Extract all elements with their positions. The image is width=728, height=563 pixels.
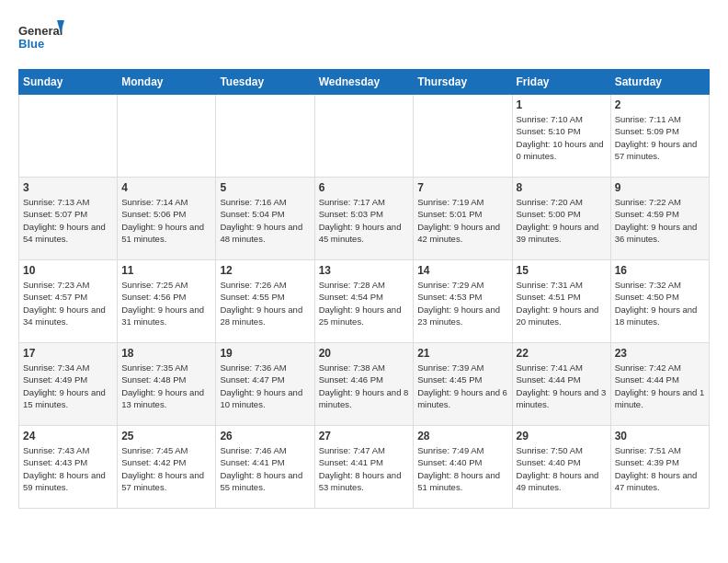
calendar-week-5: 24Sunrise: 7:43 AM Sunset: 4:43 PM Dayli… [19,426,710,509]
day-info: Sunrise: 7:46 AM Sunset: 4:41 PM Dayligh… [220,444,310,493]
svg-text:Blue: Blue [18,37,44,51]
header: General Blue [18,18,710,60]
calendar-cell: 8Sunrise: 7:20 AM Sunset: 5:00 PM Daylig… [512,178,610,260]
day-info: Sunrise: 7:35 AM Sunset: 4:48 PM Dayligh… [121,362,211,410]
calendar-cell [414,95,512,178]
calendar-cell [314,95,414,178]
day-info: Sunrise: 7:29 AM Sunset: 4:53 PM Dayligh… [417,279,507,327]
calendar-week-2: 3Sunrise: 7:13 AM Sunset: 5:07 PM Daylig… [19,178,710,260]
calendar-week-4: 17Sunrise: 7:34 AM Sunset: 4:49 PM Dayli… [19,343,710,426]
day-number: 11 [121,264,211,277]
day-number: 26 [220,430,310,442]
day-number: 3 [23,181,113,194]
calendar-cell [19,95,118,178]
calendar-cell: 2Sunrise: 7:11 AM Sunset: 5:09 PM Daylig… [610,95,709,178]
calendar-cell: 7Sunrise: 7:19 AM Sunset: 5:01 PM Daylig… [414,178,512,260]
calendar-cell: 22Sunrise: 7:41 AM Sunset: 4:44 PM Dayli… [512,343,610,426]
calendar-cell: 9Sunrise: 7:22 AM Sunset: 4:59 PM Daylig… [610,178,709,260]
weekday-header-saturday: Saturday [610,70,709,95]
day-number: 27 [319,430,410,442]
day-info: Sunrise: 7:28 AM Sunset: 4:54 PM Dayligh… [319,279,410,327]
day-info: Sunrise: 7:45 AM Sunset: 4:42 PM Dayligh… [121,444,211,493]
day-info: Sunrise: 7:43 AM Sunset: 4:43 PM Dayligh… [23,444,113,493]
day-info: Sunrise: 7:16 AM Sunset: 5:04 PM Dayligh… [220,196,310,245]
calendar-cell: 6Sunrise: 7:17 AM Sunset: 5:03 PM Daylig… [314,178,414,260]
weekday-header-sunday: Sunday [19,70,118,95]
weekday-header-tuesday: Tuesday [216,70,314,95]
day-number: 23 [615,347,705,360]
day-info: Sunrise: 7:41 AM Sunset: 4:44 PM Dayligh… [517,362,607,410]
day-info: Sunrise: 7:26 AM Sunset: 4:55 PM Dayligh… [220,279,310,327]
day-number: 28 [417,430,507,442]
calendar-cell: 18Sunrise: 7:35 AM Sunset: 4:48 PM Dayli… [118,343,216,426]
day-number: 9 [615,181,705,194]
calendar-cell: 11Sunrise: 7:25 AM Sunset: 4:56 PM Dayli… [118,260,216,343]
day-info: Sunrise: 7:50 AM Sunset: 4:40 PM Dayligh… [517,444,607,493]
day-number: 17 [23,347,113,360]
calendar-cell: 20Sunrise: 7:38 AM Sunset: 4:46 PM Dayli… [314,343,414,426]
day-number: 18 [121,347,211,360]
day-info: Sunrise: 7:34 AM Sunset: 4:49 PM Dayligh… [23,362,113,410]
day-number: 20 [319,347,410,360]
calendar-cell: 24Sunrise: 7:43 AM Sunset: 4:43 PM Dayli… [19,426,118,509]
day-number: 13 [319,264,410,277]
day-info: Sunrise: 7:31 AM Sunset: 4:51 PM Dayligh… [517,279,607,327]
day-info: Sunrise: 7:42 AM Sunset: 4:44 PM Dayligh… [615,362,705,410]
calendar-cell: 5Sunrise: 7:16 AM Sunset: 5:04 PM Daylig… [216,178,314,260]
weekday-header-friday: Friday [512,70,610,95]
day-info: Sunrise: 7:20 AM Sunset: 5:00 PM Dayligh… [517,196,607,245]
weekday-header-row: SundayMondayTuesdayWednesdayThursdayFrid… [19,70,710,95]
calendar-cell: 23Sunrise: 7:42 AM Sunset: 4:44 PM Dayli… [610,343,709,426]
day-number: 24 [23,430,113,442]
calendar-cell: 19Sunrise: 7:36 AM Sunset: 4:47 PM Dayli… [216,343,314,426]
calendar-cell: 14Sunrise: 7:29 AM Sunset: 4:53 PM Dayli… [414,260,512,343]
day-number: 30 [615,430,705,442]
day-info: Sunrise: 7:49 AM Sunset: 4:40 PM Dayligh… [417,444,507,493]
day-info: Sunrise: 7:11 AM Sunset: 5:09 PM Dayligh… [615,113,705,162]
day-number: 29 [517,430,607,442]
day-info: Sunrise: 7:36 AM Sunset: 4:47 PM Dayligh… [220,362,310,410]
calendar-cell: 21Sunrise: 7:39 AM Sunset: 4:45 PM Dayli… [414,343,512,426]
day-info: Sunrise: 7:19 AM Sunset: 5:01 PM Dayligh… [417,196,507,245]
day-info: Sunrise: 7:17 AM Sunset: 5:03 PM Dayligh… [319,196,410,245]
day-number: 22 [517,347,607,360]
calendar-cell: 10Sunrise: 7:23 AM Sunset: 4:57 PM Dayli… [19,260,118,343]
day-number: 19 [220,347,310,360]
calendar-cell: 16Sunrise: 7:32 AM Sunset: 4:50 PM Dayli… [610,260,709,343]
day-number: 5 [220,181,310,194]
weekday-header-thursday: Thursday [414,70,512,95]
calendar-cell: 29Sunrise: 7:50 AM Sunset: 4:40 PM Dayli… [512,426,610,509]
day-number: 16 [615,264,705,277]
day-number: 8 [517,181,607,194]
day-number: 2 [615,98,705,111]
day-number: 4 [121,181,211,194]
day-number: 6 [319,181,410,194]
calendar-cell: 15Sunrise: 7:31 AM Sunset: 4:51 PM Dayli… [512,260,610,343]
day-info: Sunrise: 7:10 AM Sunset: 5:10 PM Dayligh… [517,113,607,162]
calendar-cell: 27Sunrise: 7:47 AM Sunset: 4:41 PM Dayli… [314,426,414,509]
calendar-cell [118,95,216,178]
calendar-cell: 1Sunrise: 7:10 AM Sunset: 5:10 PM Daylig… [512,95,610,178]
calendar-cell [216,95,314,178]
day-info: Sunrise: 7:23 AM Sunset: 4:57 PM Dayligh… [23,279,113,327]
calendar-cell: 17Sunrise: 7:34 AM Sunset: 4:49 PM Dayli… [19,343,118,426]
day-number: 25 [121,430,211,442]
calendar-cell: 25Sunrise: 7:45 AM Sunset: 4:42 PM Dayli… [118,426,216,509]
day-number: 12 [220,264,310,277]
day-info: Sunrise: 7:32 AM Sunset: 4:50 PM Dayligh… [615,279,705,327]
logo: General Blue [18,18,64,60]
weekday-header-wednesday: Wednesday [314,70,414,95]
day-info: Sunrise: 7:51 AM Sunset: 4:39 PM Dayligh… [615,444,705,493]
calendar-cell: 28Sunrise: 7:49 AM Sunset: 4:40 PM Dayli… [414,426,512,509]
day-info: Sunrise: 7:25 AM Sunset: 4:56 PM Dayligh… [121,279,211,327]
calendar-cell: 30Sunrise: 7:51 AM Sunset: 4:39 PM Dayli… [610,426,709,509]
weekday-header-monday: Monday [118,70,216,95]
calendar-week-1: 1Sunrise: 7:10 AM Sunset: 5:10 PM Daylig… [19,95,710,178]
calendar-cell: 3Sunrise: 7:13 AM Sunset: 5:07 PM Daylig… [19,178,118,260]
day-number: 21 [417,347,507,360]
day-info: Sunrise: 7:38 AM Sunset: 4:46 PM Dayligh… [319,362,410,410]
day-info: Sunrise: 7:39 AM Sunset: 4:45 PM Dayligh… [417,362,507,410]
day-number: 7 [417,181,507,194]
calendar-cell: 12Sunrise: 7:26 AM Sunset: 4:55 PM Dayli… [216,260,314,343]
day-info: Sunrise: 7:13 AM Sunset: 5:07 PM Dayligh… [23,196,113,245]
